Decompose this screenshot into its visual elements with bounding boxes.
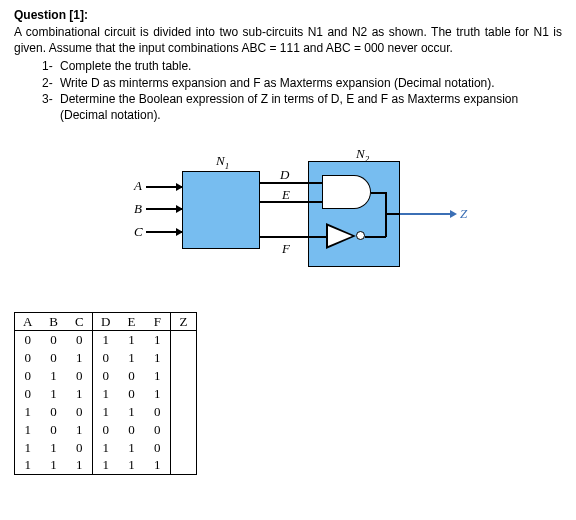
wire-to-edge bbox=[385, 213, 400, 215]
table-cell: 1 bbox=[15, 457, 41, 475]
table-cell: 0 bbox=[15, 367, 41, 385]
arrowhead-a bbox=[176, 183, 183, 191]
wire-and-in1 bbox=[308, 182, 322, 184]
table-cell: 0 bbox=[145, 439, 171, 457]
table-cell: 1 bbox=[41, 367, 67, 385]
table-cell: 1 bbox=[67, 421, 93, 439]
table-cell bbox=[171, 367, 197, 385]
table-cell bbox=[171, 349, 197, 367]
table-cell: 1 bbox=[119, 457, 145, 475]
label-n2: N2 bbox=[356, 146, 369, 164]
th-a: A bbox=[15, 313, 41, 331]
table-cell bbox=[171, 421, 197, 439]
arrowhead-c bbox=[176, 228, 183, 236]
table-cell: 1 bbox=[41, 385, 67, 403]
arrowhead-z bbox=[450, 210, 457, 218]
table-cell: 1 bbox=[15, 421, 41, 439]
table-row: 000111 bbox=[15, 331, 197, 349]
task-3-text: Determine the Boolean expression of Z in… bbox=[60, 91, 562, 107]
table-cell bbox=[171, 457, 197, 475]
table-cell: 0 bbox=[15, 385, 41, 403]
question-prompt: A combinational circuit is divided into … bbox=[14, 24, 562, 56]
table-cell: 1 bbox=[93, 403, 119, 421]
table-cell: 0 bbox=[119, 421, 145, 439]
task-1-number: 1- bbox=[42, 58, 60, 74]
table-cell: 1 bbox=[93, 331, 119, 349]
table-row: 001011 bbox=[15, 349, 197, 367]
label-b: B bbox=[134, 201, 142, 217]
subcircuit-n1-box bbox=[182, 171, 260, 249]
wire-and-out bbox=[371, 192, 386, 194]
table-row: 011101 bbox=[15, 385, 197, 403]
table-cell: 1 bbox=[145, 349, 171, 367]
table-row: 101000 bbox=[15, 421, 197, 439]
table-row: 010001 bbox=[15, 367, 197, 385]
table-cell: 1 bbox=[119, 403, 145, 421]
th-d: D bbox=[93, 313, 119, 331]
table-cell: 0 bbox=[119, 385, 145, 403]
table-cell: 1 bbox=[93, 385, 119, 403]
label-z: Z bbox=[460, 206, 467, 222]
table-cell bbox=[171, 331, 197, 349]
label-a: A bbox=[134, 178, 142, 194]
table-cell: 1 bbox=[119, 439, 145, 457]
task-list: 1- Complete the truth table. 2- Write D … bbox=[42, 58, 562, 107]
task-3-number: 3- bbox=[42, 91, 60, 107]
table-cell: 0 bbox=[145, 421, 171, 439]
label-d: D bbox=[280, 167, 289, 183]
wire-join-vert bbox=[385, 192, 387, 237]
table-cell bbox=[171, 403, 197, 421]
table-cell: 0 bbox=[93, 367, 119, 385]
table-cell: 1 bbox=[93, 439, 119, 457]
task-2-number: 2- bbox=[42, 75, 60, 91]
table-cell: 1 bbox=[145, 457, 171, 475]
question-heading: Question [1]: bbox=[14, 8, 562, 22]
table-cell: 0 bbox=[67, 331, 93, 349]
table-cell: 1 bbox=[93, 457, 119, 475]
table-cell: 1 bbox=[145, 367, 171, 385]
table-cell: 0 bbox=[41, 403, 67, 421]
table-cell: 1 bbox=[15, 403, 41, 421]
table-cell: 1 bbox=[67, 457, 93, 475]
table-cell: 1 bbox=[119, 331, 145, 349]
table-cell: 0 bbox=[41, 331, 67, 349]
label-e: E bbox=[282, 187, 290, 203]
table-cell: 0 bbox=[145, 403, 171, 421]
table-cell bbox=[171, 439, 197, 457]
th-z: Z bbox=[171, 313, 197, 331]
table-cell: 0 bbox=[67, 439, 93, 457]
table-cell: 1 bbox=[41, 457, 67, 475]
wire-not-out bbox=[365, 236, 386, 238]
circuit-diagram: N1 N2 A B C D E F bbox=[108, 149, 468, 294]
th-c: C bbox=[67, 313, 93, 331]
table-cell: 0 bbox=[15, 349, 41, 367]
truth-table-header-row: A B C D E F Z bbox=[15, 313, 197, 331]
wire-z bbox=[400, 213, 452, 215]
table-cell: 1 bbox=[67, 349, 93, 367]
table-cell: 0 bbox=[119, 367, 145, 385]
truth-table: A B C D E F Z 00011100101101000101110110… bbox=[14, 312, 197, 475]
arrowhead-b bbox=[176, 205, 183, 213]
task-2-text: Write D as minterms expansion and F as M… bbox=[60, 75, 562, 91]
task-1-text: Complete the truth table. bbox=[60, 58, 562, 74]
table-cell: 1 bbox=[119, 349, 145, 367]
th-b: B bbox=[41, 313, 67, 331]
task-3-text-cont: (Decimal notation). bbox=[60, 107, 562, 123]
table-cell: 1 bbox=[145, 331, 171, 349]
table-row: 111111 bbox=[15, 457, 197, 475]
table-cell: 0 bbox=[67, 403, 93, 421]
th-e: E bbox=[119, 313, 145, 331]
table-cell: 0 bbox=[41, 421, 67, 439]
table-row: 110110 bbox=[15, 439, 197, 457]
label-c: C bbox=[134, 224, 143, 240]
table-cell: 1 bbox=[145, 385, 171, 403]
table-cell: 1 bbox=[15, 439, 41, 457]
table-cell bbox=[171, 385, 197, 403]
wire-f bbox=[260, 236, 326, 238]
table-cell: 1 bbox=[67, 385, 93, 403]
table-row: 100110 bbox=[15, 403, 197, 421]
label-n1: N1 bbox=[216, 153, 229, 171]
table-cell: 0 bbox=[67, 367, 93, 385]
table-cell: 0 bbox=[15, 331, 41, 349]
table-cell: 0 bbox=[41, 349, 67, 367]
